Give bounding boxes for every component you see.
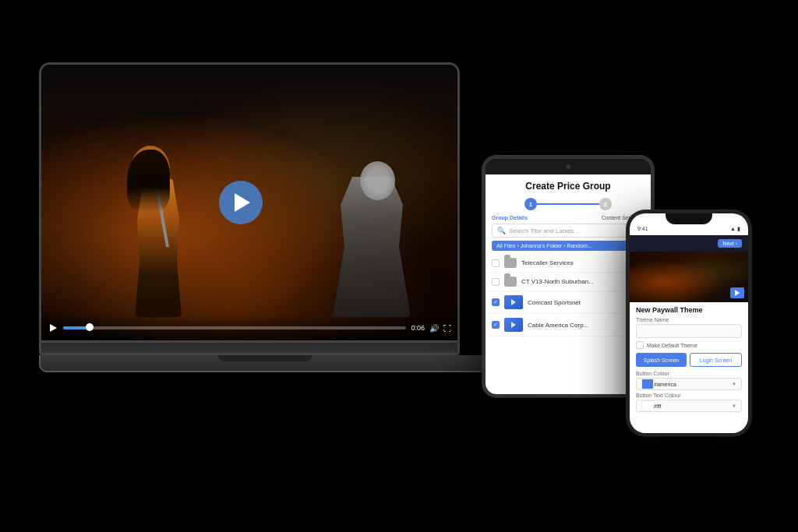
step-labels: Group Details Content Selection xyxy=(486,215,651,220)
phone-video-play-button[interactable] xyxy=(730,287,744,298)
fullscreen-icon[interactable]: ⛶ xyxy=(443,324,451,333)
phone-next-button[interactable]: Next › xyxy=(718,239,742,248)
phone-header-bar: Next › xyxy=(630,235,748,252)
singer-hair xyxy=(127,150,170,212)
laptop-bottom-bezel xyxy=(39,343,460,355)
make-default-checkbox[interactable] xyxy=(636,341,644,349)
video-thumbnail-4 xyxy=(504,318,523,332)
phone-status-bar: 9:41 ▲ ▮ xyxy=(630,224,748,234)
step-1-dot: 1 xyxy=(524,198,537,210)
button-text-color-dropdown[interactable]: #fff ▼ xyxy=(636,400,742,412)
button-text-color-label: Button Text Colour xyxy=(636,393,742,398)
laptop-base xyxy=(39,355,491,372)
folder-icon xyxy=(504,277,517,287)
play-icon xyxy=(235,193,250,212)
phone-play-icon xyxy=(735,290,740,296)
step-1-label: Group Details xyxy=(492,215,528,220)
step-connector-line xyxy=(537,203,599,205)
search-placeholder: Search Title and Labels... xyxy=(509,227,579,234)
phone-paywall-section: New Paywall Theme Theme Name Make Defaul… xyxy=(630,302,748,418)
laptop-hinge xyxy=(218,355,312,361)
file-checkbox-2[interactable] xyxy=(492,278,500,286)
guitarist-head xyxy=(360,161,395,200)
control-play-button[interactable] xyxy=(48,322,58,333)
button-color-dropdown[interactable]: #america ▼ xyxy=(636,378,742,390)
paywall-section-title: New Paywall Theme xyxy=(636,306,742,314)
video-time: 0:06 xyxy=(411,324,425,332)
phone-device: 9:41 ▲ ▮ Next › New Paywall Theme xyxy=(627,210,751,436)
text-color-swatch xyxy=(641,400,654,411)
dropdown-arrow-icon-2: ▼ xyxy=(732,403,736,408)
folder-icon xyxy=(504,258,517,268)
video-thumbnail-3 xyxy=(504,295,523,309)
phone-time: 9:41 xyxy=(637,226,648,232)
tablet-camera xyxy=(566,164,570,169)
file-checkbox-4[interactable] xyxy=(492,321,500,329)
screen-type-buttons: Splash Screen Login Screen xyxy=(636,353,742,367)
create-price-group-title: Create Price Group xyxy=(493,181,643,192)
battery-icon: ▮ xyxy=(737,226,740,232)
theme-name-input[interactable] xyxy=(636,324,742,338)
splash-screen-button[interactable]: Splash Screen xyxy=(636,353,687,367)
breadcrumb-text: All Files › Johanna's Folder › Random... xyxy=(496,243,592,248)
volume-icon[interactable]: 🔊 xyxy=(429,324,439,333)
make-default-label: Make Default Theme xyxy=(647,343,697,348)
laptop: 0:06 🔊 ⛶ xyxy=(39,62,491,405)
video-play-button[interactable] xyxy=(219,181,263,224)
file-checkbox-1[interactable] xyxy=(492,259,500,267)
video-controls-bar: 0:06 🔊 ⛶ xyxy=(41,315,457,340)
search-icon: 🔍 xyxy=(497,227,506,234)
tablet-search-bar[interactable]: 🔍 Search Title and Labels... xyxy=(492,224,644,238)
step-2-dot: 2 xyxy=(599,198,612,210)
color-swatch xyxy=(641,379,654,389)
dropdown-arrow-icon: ▼ xyxy=(732,382,736,386)
phone-screen-content: 9:41 ▲ ▮ Next › New Paywall Theme xyxy=(630,213,748,433)
text-color-dropdown-value: #fff xyxy=(654,403,732,409)
tablet-top-bar xyxy=(486,159,651,174)
tablet-header: Create Price Group xyxy=(486,174,651,195)
scene: 0:06 🔊 ⛶ Create Price Group 1 xyxy=(0,0,798,532)
theme-name-label: Theme Name xyxy=(636,317,742,322)
control-play-icon xyxy=(50,324,57,332)
video-progress-fill xyxy=(63,326,90,329)
make-default-row: Make Default Theme xyxy=(636,341,742,349)
thumb-play-icon xyxy=(511,299,516,305)
button-color-label: Button Colour xyxy=(636,371,742,376)
tablet-breadcrumb[interactable]: All Files › Johanna's Folder › Random... xyxy=(492,241,644,251)
progress-dot xyxy=(86,323,94,331)
phone-notch xyxy=(666,213,712,224)
phone-status-icons: ▲ ▮ xyxy=(730,226,740,232)
wifi-icon: ▲ xyxy=(730,226,736,232)
color-dropdown-value: #america xyxy=(654,382,732,387)
singer-figure xyxy=(119,146,213,317)
thumb-play-icon xyxy=(511,322,516,328)
phone-video-thumbnail xyxy=(630,252,748,302)
laptop-screen: 0:06 🔊 ⛶ xyxy=(39,62,460,343)
file-checkbox-3[interactable] xyxy=(492,298,500,306)
laptop-video-player: 0:06 🔊 ⛶ xyxy=(41,65,457,340)
login-screen-button[interactable]: Login Screen xyxy=(690,353,742,367)
video-progress-bar[interactable] xyxy=(63,326,406,329)
step-indicator: 1 2 xyxy=(486,195,651,213)
